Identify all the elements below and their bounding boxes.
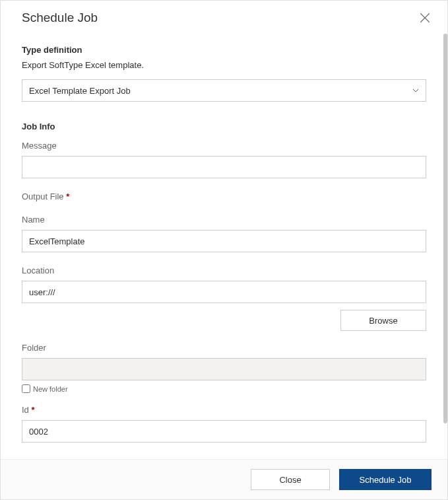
type-definition-select-wrapper — [22, 79, 426, 102]
dialog-title: Schedule Job — [22, 11, 98, 25]
job-info-heading: Job Info — [22, 122, 426, 131]
location-field-group: Location — [22, 266, 426, 303]
name-field-group: Name — [22, 215, 426, 252]
id-field-group: Id — [22, 405, 426, 443]
location-label: Location — [22, 266, 426, 275]
output-file-heading: Output File — [22, 192, 426, 201]
close-button[interactable]: Close — [251, 469, 330, 490]
name-label: Name — [22, 215, 426, 225]
dialog-footer: Close Schedule Job — [1, 459, 447, 499]
id-label: Id — [22, 405, 426, 415]
type-definition-description: Export SoftType Excel template. — [22, 60, 426, 70]
new-folder-label[interactable]: New folder — [33, 385, 68, 393]
folder-input[interactable] — [22, 358, 426, 380]
scrollbar[interactable] — [443, 34, 447, 423]
output-file-group: Output File — [22, 192, 426, 201]
type-definition-select[interactable] — [22, 79, 426, 102]
dialog-header: Schedule Job — [1, 1, 447, 33]
new-folder-row: New folder — [22, 384, 426, 393]
id-input[interactable] — [22, 420, 426, 443]
folder-field-group: Folder — [22, 343, 426, 380]
new-folder-checkbox[interactable] — [22, 384, 30, 393]
message-input[interactable] — [22, 156, 426, 178]
schedule-job-button[interactable]: Schedule Job — [339, 469, 432, 490]
browse-button[interactable]: Browse — [340, 310, 426, 331]
browse-row: Browse — [22, 310, 426, 331]
type-definition-heading: Type definition — [22, 45, 426, 55]
location-input[interactable] — [22, 281, 426, 303]
message-label: Message — [22, 141, 426, 151]
folder-label: Folder — [22, 343, 426, 353]
close-icon[interactable] — [419, 12, 431, 24]
message-field-group: Message — [22, 141, 426, 178]
name-input[interactable] — [22, 230, 426, 252]
dialog-content: Type definition Export SoftType Excel te… — [1, 33, 447, 459]
